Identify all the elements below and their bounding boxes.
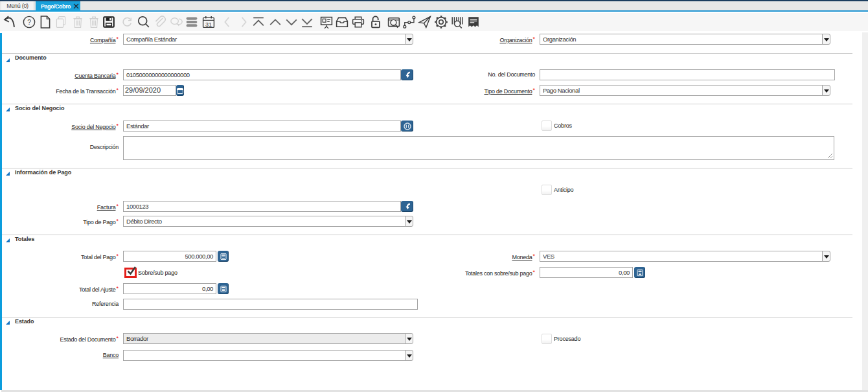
svg-text:?: ? <box>27 19 31 26</box>
svg-text:31: 31 <box>205 21 212 28</box>
